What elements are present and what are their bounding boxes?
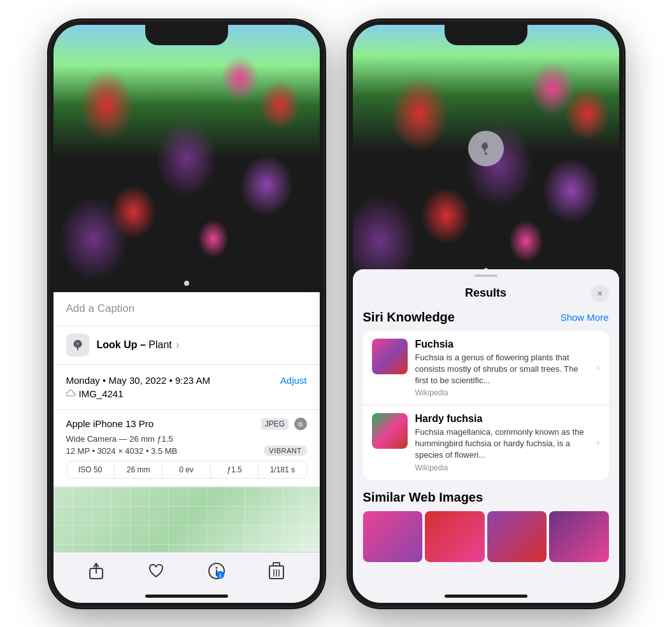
visual-lookup-button[interactable] xyxy=(468,130,504,166)
similar-section: Similar Web Images xyxy=(363,490,609,562)
hardy-chevron: › xyxy=(596,437,599,448)
share-button[interactable] xyxy=(83,558,109,584)
results-title: Results xyxy=(381,286,591,300)
camera-lens-detail: Wide Camera — 26 mm ƒ1.5 xyxy=(66,434,307,444)
filename-text: IMG_4241 xyxy=(79,388,124,399)
caption-area[interactable]: Add a Caption xyxy=(54,292,320,326)
right-screen: Results × Siri Knowledge Show More xyxy=(353,25,619,603)
cloud-icon xyxy=(66,389,76,398)
fuchsia-source: Wikipedia xyxy=(415,388,589,397)
photo-hero-image[interactable] xyxy=(54,25,320,292)
vibrant-badge: VIBRANT xyxy=(264,446,306,456)
photo-detail-view: Add a Caption Look Up – Plant › xyxy=(54,25,320,603)
photo-date: Monday • May 30, 2022 • 9:23 AM xyxy=(66,375,210,386)
format-badge: JPEG xyxy=(261,418,289,430)
info-button[interactable]: i xyxy=(204,558,229,584)
camera-section: Apple iPhone 13 Pro JPEG ⚙ Wide Camera —… xyxy=(54,410,320,488)
camera-model: Apple iPhone 13 Pro xyxy=(66,418,154,429)
similar-image-3[interactable] xyxy=(487,511,547,562)
similar-grid xyxy=(363,511,609,562)
right-phone: Results × Siri Knowledge Show More xyxy=(349,21,623,607)
svg-point-14 xyxy=(484,144,487,147)
fuchsia-chevron: › xyxy=(596,362,599,374)
favorite-button[interactable] xyxy=(143,558,169,584)
siri-knowledge-header: Siri Knowledge Show More xyxy=(363,310,609,325)
knowledge-card: Fuchsia Fuchsia is a genus of flowering … xyxy=(363,331,609,480)
results-panel: Results × Siri Knowledge Show More xyxy=(353,269,619,603)
exif-aperture: ƒ1.5 xyxy=(211,461,259,478)
delete-button[interactable] xyxy=(264,558,289,584)
notch xyxy=(145,25,228,45)
hardy-name: Hardy fuchsia xyxy=(415,413,589,425)
knowledge-item-hardy[interactable]: Hardy fuchsia Fuchsia magellanica, commo… xyxy=(363,405,609,480)
caption-placeholder: Add a Caption xyxy=(66,302,135,314)
similar-image-4[interactable] xyxy=(549,511,609,562)
similar-title: Similar Web Images xyxy=(363,490,609,505)
results-header: Results × xyxy=(353,279,619,310)
left-screen: Add a Caption Look Up – Plant › xyxy=(54,25,320,603)
adjust-button[interactable]: Adjust xyxy=(280,375,307,386)
hardy-source: Wikipedia xyxy=(415,463,589,472)
svg-point-15 xyxy=(485,152,487,155)
metadata-section: Monday • May 30, 2022 • 9:23 AM Adjust I… xyxy=(54,365,320,410)
exif-shutter: 1/181 s xyxy=(259,461,306,478)
fuchsia-content: Fuchsia Fuchsia is a genus of flowering … xyxy=(415,339,589,398)
knowledge-item-fuchsia[interactable]: Fuchsia Fuchsia is a genus of flowering … xyxy=(363,331,609,406)
lookup-icon xyxy=(66,334,89,356)
home-indicator xyxy=(145,595,228,598)
results-photo xyxy=(353,25,619,279)
camera-mp-detail: 12 MP • 3024 × 4032 • 3.5 MB VIBRANT xyxy=(66,446,307,456)
svg-point-0 xyxy=(76,342,79,345)
svg-rect-10 xyxy=(273,563,280,566)
map-thumbnail[interactable] xyxy=(54,487,320,557)
svg-text:i: i xyxy=(219,572,221,579)
left-phone: Add a Caption Look Up – Plant › xyxy=(50,21,324,607)
fuchsia-description: Fuchsia is a genus of flowering plants t… xyxy=(415,352,589,387)
hardy-content: Hardy fuchsia Fuchsia magellanica, commo… xyxy=(415,413,589,472)
fuchsia-thumbnail xyxy=(372,339,408,374)
similar-image-1[interactable] xyxy=(363,511,423,562)
filename-row: IMG_4241 xyxy=(66,388,307,399)
fuchsia-name: Fuchsia xyxy=(415,339,589,350)
home-indicator-right xyxy=(445,595,527,598)
camera-settings-icon[interactable]: ⚙ xyxy=(294,418,307,430)
close-button[interactable]: × xyxy=(591,285,609,302)
show-more-button[interactable]: Show More xyxy=(561,312,609,323)
exif-iso: ISO 50 xyxy=(67,461,115,478)
similar-image-2[interactable] xyxy=(425,511,485,562)
flower-background xyxy=(54,25,320,292)
hardy-thumbnail xyxy=(372,413,408,449)
siri-knowledge-title: Siri Knowledge xyxy=(363,310,455,325)
lookup-label: Look Up – Plant › xyxy=(97,339,180,351)
hardy-description: Fuchsia magellanica, commonly known as t… xyxy=(415,426,589,461)
drag-handle[interactable] xyxy=(475,274,497,277)
exif-ev: 0 ev xyxy=(162,461,210,478)
results-scroll[interactable]: Siri Knowledge Show More Fuchsia Fuchsia… xyxy=(353,310,619,603)
visual-lookup-row[interactable]: Look Up – Plant › xyxy=(54,326,320,365)
exif-focal: 26 mm xyxy=(115,461,162,478)
exif-row: ISO 50 26 mm 0 ev ƒ1.5 1/181 s xyxy=(66,461,307,479)
results-view: Results × Siri Knowledge Show More xyxy=(353,25,619,603)
page-indicator xyxy=(184,281,189,286)
svg-point-4 xyxy=(215,567,217,569)
notch-right xyxy=(445,25,527,45)
